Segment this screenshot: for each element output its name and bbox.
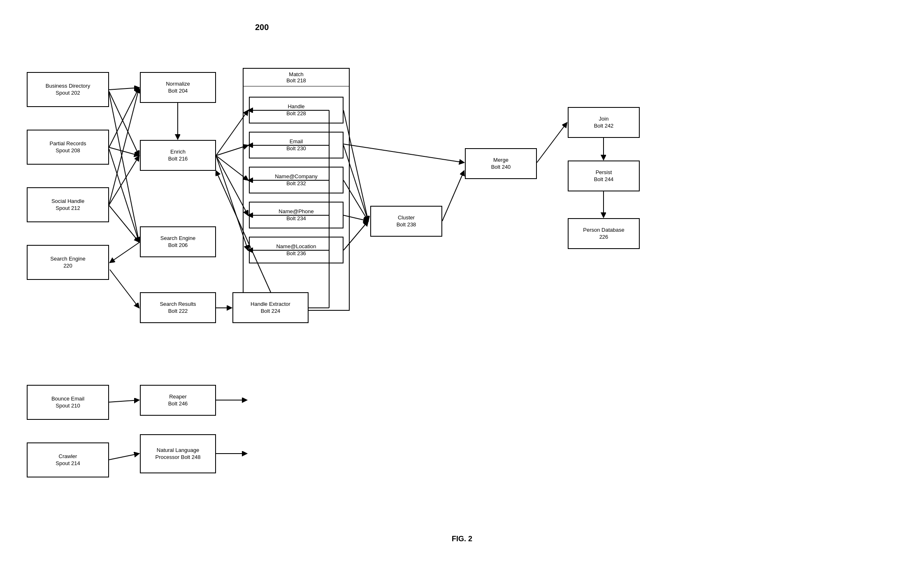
handle-bolt: HandleBolt 228 (249, 97, 344, 123)
svg-line-38 (344, 144, 464, 163)
name-phone-bolt: Name@PhoneBolt 234 (249, 202, 344, 228)
svg-line-9 (109, 88, 139, 205)
social-handle-spout: Social HandleSpout 212 (27, 187, 109, 222)
search-engine-220: Search Engine220 (27, 245, 109, 280)
svg-line-3 (109, 88, 139, 90)
match-group-title: MatchBolt 218 (244, 69, 349, 86)
diagram-label-200: 200 (255, 23, 269, 32)
partial-records-spout: Partial RecordsSpout 208 (27, 130, 109, 165)
merge-bolt: MergeBolt 240 (465, 148, 537, 179)
nlp-bolt: Natural LanguageProcessor Bolt 248 (140, 434, 216, 473)
fig-label: FIG. 2 (452, 535, 472, 543)
svg-line-8 (109, 149, 139, 242)
svg-line-14 (110, 270, 139, 308)
svg-line-13 (110, 242, 140, 263)
svg-line-44 (109, 454, 139, 460)
person-database: Person Database226 (568, 218, 640, 249)
svg-line-10 (109, 156, 139, 205)
name-company-bolt: Name@CompanyBolt 232 (249, 167, 344, 193)
search-results-bolt: Search ResultsBolt 222 (140, 292, 216, 323)
email-bolt: EmailBolt 230 (249, 132, 344, 158)
crawler-spout: CrawlerSpout 214 (27, 442, 109, 477)
reaper-bolt: ReaperBolt 246 (140, 385, 216, 416)
svg-line-39 (442, 171, 464, 221)
persist-bolt: PersistBolt 244 (568, 161, 640, 191)
enrich-bolt: EnrichBolt 216 (140, 140, 216, 171)
business-directory-spout: Business DirectorySpout 202 (27, 72, 109, 107)
search-engine-bolt: Search EngineBolt 206 (140, 226, 216, 257)
arrows-svg (0, 0, 924, 568)
svg-line-5 (109, 93, 139, 242)
name-location-bolt: Name@LocationBolt 236 (249, 237, 344, 263)
handle-extractor-bolt: Handle ExtractorBolt 224 (232, 292, 309, 323)
cluster-bolt: ClusterBolt 238 (370, 206, 442, 237)
svg-line-7 (109, 147, 139, 156)
svg-line-6 (109, 88, 139, 147)
svg-line-4 (109, 91, 139, 156)
svg-line-40 (537, 123, 567, 163)
join-bolt: JoinBolt 242 (568, 107, 640, 138)
normalize-bolt: NormalizeBolt 204 (140, 72, 216, 103)
diagram: 200 MatchBolt 218 Business DirectorySpou… (0, 0, 924, 568)
svg-line-11 (109, 205, 139, 242)
bounce-email-spout: Bounce EmailSpout 210 (27, 385, 109, 420)
svg-line-43 (109, 400, 139, 402)
